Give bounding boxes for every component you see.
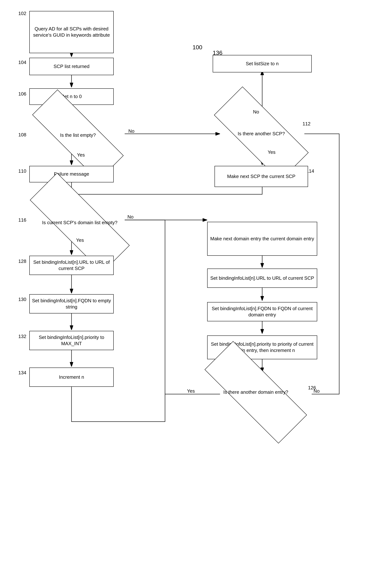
box-128: Set bindingInfoList[n].URL to URL of cur… — [29, 256, 114, 275]
ref-106-label: 106 — [18, 91, 26, 97]
ref-100-main: 100 — [192, 44, 202, 51]
box-134: Increment n — [29, 368, 114, 387]
yes-label-116: Yes — [76, 237, 84, 243]
box-130: Set bindingInfoList[n].FQDN to empty str… — [29, 294, 114, 314]
diamond-112: Is there another SCP? — [215, 114, 308, 154]
ref-134-label: 134 — [18, 370, 26, 376]
no-label-126: No — [314, 388, 319, 394]
diamond-108: Is the list empty? — [31, 117, 125, 153]
no-label-116: No — [127, 214, 133, 220]
diamond-126: Is there another domain entry? — [203, 372, 308, 413]
ref-116-label: 116 — [18, 217, 26, 223]
box-122: Set bindingInfoList[n].FQDN to FQDN of c… — [207, 302, 317, 321]
box-118: Make next domain entry the current domai… — [207, 222, 317, 256]
ref-100: 102 — [18, 11, 26, 16]
flowchart-diagram: 102 Query AD for all SCPs with desired s… — [0, 0, 392, 571]
yes-label-108: Yes — [77, 152, 85, 158]
yes-label-112: Yes — [268, 149, 276, 155]
ref-130-label: 130 — [18, 297, 26, 302]
box-136: Set listSize to n — [213, 55, 312, 72]
box-102: Query AD for all SCPs with desired servi… — [29, 11, 114, 53]
ref-128-label: 128 — [18, 258, 26, 264]
ref-132-label: 132 — [18, 334, 26, 339]
diamond-116: Is current SCP's domain list empty? — [29, 203, 131, 242]
box-106: Set n to 0 — [29, 88, 114, 105]
box-114: Make next SCP the current SCP — [215, 166, 308, 187]
no-label-112: No — [253, 109, 259, 115]
yes-label-126: Yes — [187, 388, 195, 394]
ref-110-label: 110 — [18, 168, 26, 174]
ref-108-label: 108 — [18, 132, 26, 138]
box-104: SCP list returned — [29, 58, 114, 75]
box-110: Failure message — [29, 166, 114, 182]
box-120: Set bindingInfoList[n].URL to URL of cur… — [207, 269, 317, 288]
no-label-108: No — [128, 128, 134, 134]
arrows-layer — [0, 0, 392, 571]
box-132: Set bindingInfoList[n].priority to MAX_I… — [29, 331, 114, 350]
ref-104-label: 104 — [18, 59, 26, 65]
